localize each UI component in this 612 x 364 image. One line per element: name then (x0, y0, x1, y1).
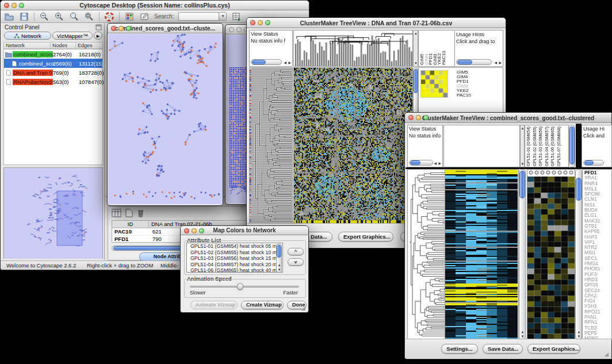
gene-label[interactable]: NTR2 (584, 245, 611, 250)
minimize-button[interactable] (192, 228, 197, 233)
zoom-fit-icon[interactable] (69, 12, 79, 22)
resize-grip[interactable]: ◢ (301, 305, 307, 311)
column-dendrogram-canvas[interactable] (294, 30, 412, 66)
close-button[interactable] (250, 20, 255, 25)
similarity-matrix-canvas[interactable] (420, 70, 448, 98)
attribute-list-item[interactable]: GPL51-03 (GSM856) heat shock 15 min (189, 255, 282, 262)
heatmap-canvas[interactable] (294, 68, 412, 223)
gene-label[interactable]: HAP3 (584, 235, 611, 240)
zoom-button[interactable] (423, 115, 429, 120)
open-file-icon[interactable] (4, 12, 14, 22)
gene-label[interactable]: PAC10 (457, 93, 471, 98)
mini-scroll-strip[interactable]: ▲ ▼ (520, 125, 525, 167)
minimize-button[interactable] (236, 27, 242, 32)
minimize-button[interactable] (118, 26, 124, 31)
minimize-button[interactable] (258, 20, 263, 25)
gene-label[interactable]: MSL1 (584, 186, 611, 191)
network-view-canvas[interactable] (108, 34, 223, 204)
scroll-up-icon[interactable]: ▲ (577, 330, 581, 334)
attribute-list-item[interactable]: GPL51-04 (GSM857) heat shock 20 min (189, 262, 282, 268)
network-list-row[interactable]: combined_sco2569(6)13112(15) (4, 59, 102, 68)
heatmap-canvas[interactable] (445, 170, 518, 339)
gene-label[interactable]: VIP1 (584, 240, 611, 245)
resize-grip[interactable]: ◢ (605, 351, 610, 357)
scroll-down-icon[interactable]: ▼ (577, 335, 581, 338)
attribute-list[interactable]: GPL51-01 (GSM854) heat shock 05 minGPL51… (186, 243, 283, 273)
move-up-button[interactable]: ^ (288, 248, 304, 255)
new-attribute-icon[interactable] (125, 209, 133, 217)
column-header-network[interactable]: Network (3, 42, 51, 49)
zoom-heatmap-canvas[interactable] (527, 170, 575, 339)
gene-label[interactable]: SEC24 (584, 288, 611, 293)
labels-vscrollbar[interactable] (569, 125, 575, 167)
gene-label[interactable]: BUD4 (584, 208, 611, 213)
gene-label[interactable]: MAK31 (584, 219, 611, 224)
zoom-out-icon[interactable] (39, 12, 49, 22)
help-lifesaver-icon[interactable] (104, 12, 114, 22)
network-list-row[interactable]: combined_scores2764(0)16218(0) (4, 49, 102, 59)
annotation-icon[interactable] (139, 12, 150, 22)
mini-scroll-strip[interactable]: ▲ ▼ (413, 30, 418, 67)
row-dendrogram-canvas[interactable] (250, 68, 292, 223)
list-vscrollbar[interactable]: ▲ ▼ (276, 244, 282, 273)
scroll-left-icon[interactable]: ◀ (494, 61, 497, 64)
tab-network[interactable]: Network (4, 32, 51, 40)
data-column-id[interactable]: ID (112, 221, 149, 228)
treeview1-title-bar[interactable]: ClusterMaker TreeView : DNA and Tran 07-… (247, 18, 506, 28)
scroll-left-icon[interactable]: ◀ (284, 61, 286, 64)
vscroll-thumb[interactable] (569, 127, 575, 164)
column-label[interactable]: GPL51-04 (GSM857) (544, 126, 550, 166)
scroll-up-icon[interactable]: ▲ (414, 32, 418, 35)
search-combobox[interactable]: ▼ (178, 12, 227, 21)
scroll-up-icon[interactable]: ▲ (278, 263, 281, 267)
gene-label[interactable]: PUF3 (584, 272, 611, 277)
gene-label[interactable]: PEP5 (584, 331, 611, 336)
minimize-button[interactable] (12, 3, 17, 8)
main-title-bar[interactable]: Cytoscape Desktop (Session Name: collins… (1, 1, 309, 10)
animation-speed-slider[interactable] (190, 286, 299, 288)
status-hscrollbar[interactable] (409, 160, 433, 166)
column-label[interactable]: GPL51-03 (GSM856) (538, 126, 544, 166)
attribute-list-item[interactable]: GPL51-06 (GSM865) heat shock 40 min (189, 267, 282, 273)
gene-label[interactable]: MSI1 (584, 250, 611, 255)
column-label[interactable]: PAC10 (442, 32, 446, 65)
attribute-list-item[interactable]: GPL51-01 (GSM854) heat shock 05 min (189, 243, 282, 250)
column-label[interactable]: GPL51-02 (GSM855) (532, 126, 538, 166)
create-vizmap-button[interactable]: Create Vizmap (241, 301, 284, 309)
row-dendrogram-canvas[interactable] (408, 170, 445, 339)
close-button[interactable] (4, 3, 9, 8)
slider-thumb[interactable] (237, 283, 243, 290)
zoom-button[interactable] (126, 26, 131, 31)
zoom-in-icon[interactable] (54, 12, 64, 22)
vscroll-thumb[interactable] (576, 178, 582, 201)
network-title-bar[interactable]: combined_scores_good.txt--cluste... (108, 24, 223, 33)
gene-label[interactable]: SEC1 (584, 256, 611, 261)
gene-label[interactable]: RPO21 (584, 309, 611, 315)
vizmapper-grid-icon[interactable] (124, 12, 135, 22)
column-header-edges[interactable]: Edges (75, 42, 103, 49)
gene-label[interactable]: PHO81 (584, 266, 611, 271)
scroll-down-icon[interactable]: ▼ (278, 268, 281, 271)
hscroll-thumb[interactable] (252, 60, 266, 64)
scroll-left-icon[interactable]: ◀ (434, 162, 437, 165)
gene-label[interactable]: TCB3 (584, 325, 611, 331)
network-list-row[interactable]: DNA and Tran 07769(0)183728(0) (4, 68, 102, 77)
usage-hscrollbar[interactable] (583, 160, 604, 166)
heatmap-vscrollbar[interactable]: ▲ ▼ (519, 169, 526, 340)
scroll-down-icon[interactable]: ▼ (521, 335, 525, 338)
tab-overflow-button[interactable]: ▶ (94, 32, 102, 40)
tab-vizmapper[interactable]: VizMapper™ (52, 32, 93, 40)
network-overview-panel[interactable] (3, 167, 103, 259)
zoom-vscrollbar[interactable]: ▲ ▼ (575, 169, 582, 340)
gene-label[interactable]: HRD3 (584, 277, 611, 282)
save-file-icon[interactable] (19, 12, 29, 22)
export-graphics-button[interactable]: Export Graphics... (338, 232, 393, 242)
vscroll-thumb[interactable] (277, 245, 281, 258)
scroll-up-icon[interactable]: ▲ (521, 127, 525, 130)
scroll-right-icon[interactable]: ▶ (288, 61, 291, 64)
settings-button[interactable]: Settings... (441, 344, 478, 354)
gene-label[interactable]: GPI16 (584, 282, 611, 288)
gene-label[interactable]: HMG1 (584, 261, 611, 266)
float-panel-icon[interactable] (95, 24, 102, 30)
hscroll-thumb[interactable] (410, 160, 420, 165)
